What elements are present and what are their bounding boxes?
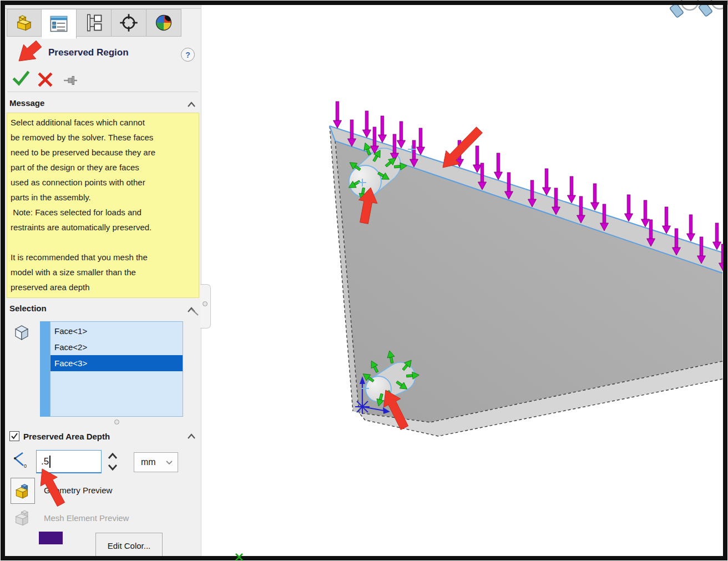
list-item[interactable]: Face<2> (50, 339, 183, 355)
panel-top-strip (5, 5, 201, 9)
tab-configuration-manager[interactable] (77, 9, 112, 37)
geometry-preview-label: Geometry Preview (44, 486, 112, 495)
spinner-down-icon[interactable] (108, 464, 118, 471)
mesh-element-preview-button[interactable]: Mesh Element Preview (44, 513, 129, 523)
list-item[interactable]: Face<1> (50, 323, 183, 339)
selection-section-header[interactable]: Selection (9, 304, 47, 313)
depth-value: .5 (41, 456, 49, 467)
part-icon (14, 13, 34, 33)
chevron-down-icon (165, 460, 173, 465)
panel-splitter[interactable] (200, 284, 211, 328)
splitter-grip[interactable] (203, 301, 208, 306)
faces-list[interactable]: Face<1> Face<2> Face<3> (50, 321, 183, 417)
svg-text:0: 0 (24, 463, 27, 469)
zoom-area-icon[interactable] (699, 0, 728, 17)
depth-spinner (105, 450, 120, 473)
list-item-selected[interactable]: Face<3> (50, 355, 183, 371)
tab-property-manager[interactable] (42, 9, 77, 39)
dimxpert-target-icon (119, 13, 139, 33)
pin-button[interactable] (63, 73, 79, 90)
unit-value: mm (141, 457, 156, 467)
panel-title: Preserved Region (48, 47, 129, 58)
geometry-preview-icon (13, 482, 32, 501)
depth-icon: 0 (12, 451, 29, 469)
help-button[interactable]: ? (181, 48, 195, 62)
ok-button[interactable] (13, 70, 29, 87)
geometry-preview-button[interactable] (11, 478, 35, 504)
property-manager-icon (49, 14, 69, 34)
preserved-region-color-swatch (39, 532, 63, 544)
edit-color-button[interactable]: Edit Color... (95, 533, 163, 558)
configuration-icon (84, 13, 104, 33)
separator (7, 92, 198, 92)
checkmark-icon (10, 432, 19, 441)
manager-tabs (7, 9, 181, 38)
selection-list-bar (40, 321, 50, 417)
tab-dimxpert-manager[interactable] (112, 9, 146, 37)
message-text: Select additional faces which cannot be … (7, 113, 199, 298)
message-section-header[interactable]: Message (9, 98, 44, 108)
collapse-chevron-icon[interactable] (187, 433, 196, 439)
cancel-button[interactable] (37, 72, 54, 88)
collapse-chevron-icon[interactable] (187, 306, 196, 313)
tab-feature-manager[interactable] (7, 9, 42, 37)
clipped-feature-text (220, 1, 275, 5)
preserved-area-depth-label: Preserved Area Depth (23, 432, 110, 441)
list-resize-grip[interactable] (114, 420, 119, 424)
spinner-up-icon[interactable] (108, 452, 118, 459)
collapse-chevron-icon[interactable] (187, 101, 196, 108)
face-icon (13, 324, 31, 341)
preserved-area-depth-checkbox[interactable] (9, 431, 19, 441)
display-manager-icon (154, 13, 174, 33)
property-manager-panel: Preserved Region ? Message Select additi… (5, 5, 201, 556)
tab-display-manager[interactable] (146, 9, 181, 37)
text-caret (49, 456, 50, 468)
unit-dropdown[interactable]: mm (134, 452, 178, 472)
mesh-element-preview-icon (13, 508, 33, 528)
zoom-icon[interactable] (670, 0, 698, 18)
depth-input[interactable]: .5 (36, 450, 102, 473)
